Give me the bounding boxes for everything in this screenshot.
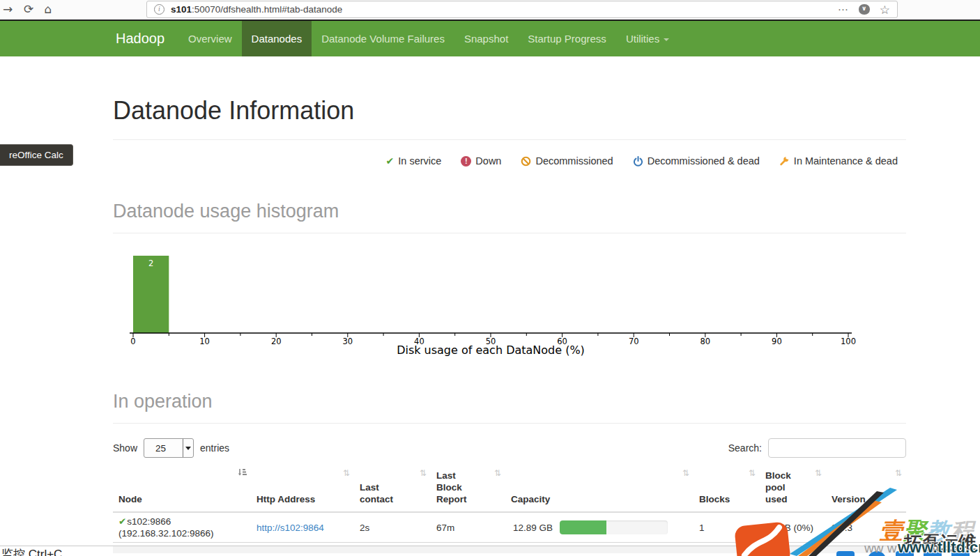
ban-icon: [521, 156, 531, 167]
check-icon: ✔: [386, 155, 395, 167]
datanode-usage-histogram-chart: 20102030405060708090100Disk usage of eac…: [113, 243, 906, 357]
capacity-progress-bar: [560, 520, 668, 534]
column-header-node[interactable]: Node: [113, 464, 251, 512]
chevron-down-icon: [664, 38, 669, 41]
svg-text:80: 80: [700, 337, 710, 346]
page-title: Datanode Information: [113, 93, 906, 128]
watermark-brand-text-2: 拓磊运维: [904, 531, 977, 555]
svg-text:90: 90: [772, 337, 782, 346]
sort-icon: ⇅: [815, 468, 822, 479]
column-header-version[interactable]: Version ⇅: [826, 464, 906, 512]
show-label: Show: [113, 442, 137, 454]
column-header-http-address[interactable]: Http Address ⇅: [251, 464, 354, 512]
table-row: ✔s102:9866 (192.168.32.102:9866) http://…: [113, 512, 906, 543]
legend-decommissioned: Decommissioned: [521, 155, 613, 167]
screen: → ⟳ ⌂ i s101:50070/dfshealth.html#tab-da…: [0, 0, 980, 556]
legend-in-service: ✔ In service: [386, 155, 442, 167]
launcher-tooltip: reOffice Calc: [0, 144, 73, 166]
next-table-row-partial: [113, 546, 906, 553]
column-header-block-pool-used[interactable]: Block pool used ⇅: [760, 464, 826, 512]
window-bottom-edge: [0, 546, 980, 546]
legend-down: ! Down: [461, 155, 501, 167]
exclamation-circle-icon: !: [461, 156, 471, 167]
hadoop-navbar: Hadoop Overview Datanodes Datanode Volum…: [0, 20, 980, 56]
site-info-icon[interactable]: i: [154, 4, 164, 15]
block-pool-used-cell: 48 KB (0%): [760, 512, 826, 543]
operation-section-title: In operation: [113, 389, 906, 413]
table-header-row: Node Http Address ⇅: [113, 464, 906, 512]
svg-text:70: 70: [629, 337, 639, 346]
last-contact-cell: 2s: [354, 512, 431, 543]
url-host: s101: [171, 4, 192, 15]
sort-ascending-icon: [238, 468, 247, 477]
background-window-text: 监控 Ctrl+C: [1, 546, 62, 556]
version-cell: 3.0.3: [826, 512, 906, 543]
nav-item-snapshot[interactable]: Snapshot: [454, 21, 518, 56]
check-icon: ✔: [118, 516, 126, 527]
sort-icon: ⇅: [494, 468, 501, 479]
sort-icon: ⇅: [749, 468, 756, 479]
chevron-down-icon: [185, 447, 191, 450]
node-cell: ✔s102:9866 (192.168.32.102:9866): [113, 512, 251, 543]
svg-text:10: 10: [199, 337, 210, 346]
legend-label: Down: [475, 155, 501, 167]
svg-text:100: 100: [841, 337, 856, 346]
blocks-cell: 1: [694, 512, 760, 543]
entries-label: entries: [200, 442, 229, 454]
watermark-url: www.tlltd.cn: [898, 539, 980, 556]
legend-maintenance-dead: In Maintenance & dead: [779, 155, 898, 167]
legend-label: In Maintenance & dead: [794, 155, 898, 167]
capacity-value: 12.89 GB: [511, 522, 553, 534]
home-icon[interactable]: ⌂: [40, 1, 56, 17]
url-path: :50070/dfshealth.html#tab-datanode: [192, 4, 342, 15]
svg-text:Disk usage of each DataNode (%: Disk usage of each DataNode (%): [397, 343, 585, 357]
page-length-control: Show 25 entries: [113, 438, 229, 458]
divider: [113, 139, 906, 140]
page-actions-icon[interactable]: ⋯: [838, 3, 849, 16]
reload-icon[interactable]: ⟳: [21, 1, 36, 17]
column-header-last-block-report[interactable]: Last Block Report ⇅: [431, 464, 505, 512]
nav-item-datanodes[interactable]: Datanodes: [242, 21, 312, 56]
entries-select[interactable]: 25: [144, 438, 194, 458]
last-block-report-cell: 67m: [431, 512, 505, 543]
sort-icon: ⇅: [420, 468, 427, 479]
column-header-last-contact[interactable]: Last contact ⇅: [354, 464, 431, 512]
svg-text:2: 2: [148, 258, 153, 268]
bookmark-star-icon[interactable]: ☆: [880, 3, 890, 17]
legend-label: Decommissioned & dead: [648, 155, 760, 167]
datanode-status-legend: ✔ In service ! Down Decommissioned Dec: [113, 153, 906, 169]
nav-item-utilities[interactable]: Utilities: [616, 21, 679, 56]
wrench-icon: [779, 156, 790, 167]
browser-toolbar: → ⟳ ⌂ i s101:50070/dfshealth.html#tab-da…: [0, 0, 980, 20]
url-bar[interactable]: i s101:50070/dfshealth.html#tab-datanode…: [146, 1, 898, 18]
entries-select-value: 25: [144, 443, 166, 454]
table-search: Search:: [728, 438, 906, 458]
sort-icon: ⇅: [343, 468, 350, 479]
power-icon: [633, 156, 643, 167]
legend-label: In service: [398, 155, 441, 167]
sort-icon: ⇅: [682, 468, 689, 479]
divider: [113, 233, 906, 233]
nav-item-startup-progress[interactable]: Startup Progress: [518, 21, 616, 56]
nav-item-overview[interactable]: Overview: [178, 21, 242, 56]
column-header-capacity[interactable]: Capacity ⇅: [505, 464, 694, 512]
capacity-progress-fill: [560, 520, 606, 534]
navbar-brand[interactable]: Hadoop: [112, 21, 169, 56]
svg-text:0: 0: [130, 337, 135, 346]
search-input[interactable]: [768, 438, 906, 458]
pocket-icon[interactable]: ∨: [859, 4, 870, 15]
svg-text:30: 30: [342, 337, 353, 346]
node-ip: (192.168.32.102:9866): [118, 528, 214, 539]
nav-item-datanode-volume-failures[interactable]: Datanode Volume Failures: [312, 21, 454, 56]
page-content: Datanode Information ✔ In service ! Down…: [113, 93, 906, 553]
legend-decommissioned-dead: Decommissioned & dead: [633, 155, 760, 167]
capacity-cell: 12.89 GB: [505, 512, 694, 543]
histogram-section-title: Datanode usage histogram: [113, 199, 906, 223]
column-header-blocks[interactable]: Blocks ⇅: [694, 464, 760, 512]
svg-text:20: 20: [271, 337, 282, 346]
node-name: s102:9866: [127, 516, 171, 527]
datanodes-table: Node Http Address ⇅: [113, 464, 906, 543]
http-address-cell: http://s102:9864: [251, 512, 354, 543]
http-address-link[interactable]: http://s102:9864: [257, 523, 324, 533]
forward-icon[interactable]: →: [0, 1, 15, 17]
